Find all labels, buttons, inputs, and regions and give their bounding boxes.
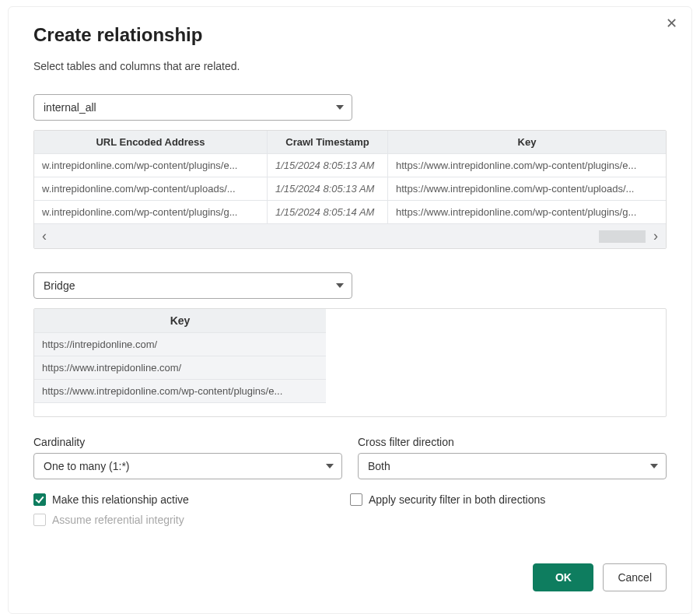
dialog-footer: OK Cancel — [33, 563, 667, 591]
table1-preview-grid: URL Encoded Address Crawl Timestamp Key … — [33, 130, 667, 249]
chevron-down-icon — [336, 283, 344, 288]
dialog-title: Create relationship — [33, 24, 667, 46]
chevron-down-icon — [650, 464, 658, 468]
table-cell: 1/15/2024 8:05:13 AM — [268, 177, 388, 200]
table-cell: https://www.intrepidonline.com/wp-conten… — [34, 380, 326, 403]
apply-security-filter-checkbox[interactable]: Apply security filter in both directions — [350, 493, 667, 506]
scroll-thumb[interactable] — [599, 230, 646, 243]
table-cell: 1/15/2024 8:05:14 AM — [268, 200, 388, 223]
cancel-button[interactable]: Cancel — [603, 563, 667, 591]
table-cell: https://www.intrepidonline.com/wp-conten… — [388, 200, 666, 223]
table1-select-value: internal_all — [44, 101, 96, 114]
make-active-checkbox[interactable]: Make this relationship active — [33, 493, 350, 506]
table-cell: w.intrepidonline.com/wp-content/plugins/… — [34, 200, 268, 223]
scroll-track[interactable] — [47, 230, 653, 243]
ok-button[interactable]: OK — [533, 563, 593, 591]
cardinality-value: One to many (1:*) — [44, 460, 130, 472]
apply-security-filter-label: Apply security filter in both directions — [369, 493, 545, 506]
table2-preview-grid: Key https://intrepidonline.com/ https://… — [33, 308, 667, 417]
table-cell: 1/15/2024 8:05:13 AM — [268, 153, 388, 177]
table2-select[interactable]: Bridge — [33, 272, 352, 299]
horizontal-scrollbar[interactable]: ‹ › — [34, 223, 666, 248]
chevron-down-icon — [336, 105, 344, 110]
dialog-subtitle: Select tables and columns that are relat… — [33, 60, 667, 72]
table-cell: w.intrepidonline.com/wp-content/plugins/… — [34, 153, 268, 177]
close-icon[interactable]: ✕ — [666, 16, 677, 30]
assume-ref-integrity-checkbox: Assume referential integrity — [33, 514, 350, 526]
checkbox-unchecked-icon — [33, 514, 46, 526]
checkbox-checked-icon — [33, 493, 46, 506]
cross-filter-label: Cross filter direction — [358, 436, 667, 448]
table2-select-value: Bridge — [44, 279, 75, 292]
table1-select[interactable]: internal_all — [33, 94, 352, 121]
col-header-key[interactable]: Key — [388, 131, 666, 153]
table-cell: w.intrepidonline.com/wp-content/uploads/… — [34, 177, 268, 200]
table-cell: https://www.intrepidonline.com/wp-conten… — [388, 153, 666, 177]
table-cell: https://intrepidonline.com/ — [34, 333, 326, 356]
col-header-crawl-timestamp[interactable]: Crawl Timestamp — [268, 131, 388, 153]
table-cell: https://www.intrepidonline.com/wp-conten… — [388, 177, 666, 200]
checkbox-unchecked-icon — [350, 493, 362, 506]
cardinality-select[interactable]: One to many (1:*) — [33, 453, 342, 479]
col-header-key[interactable]: Key — [34, 309, 326, 333]
create-relationship-dialog: ✕ Create relationship Select tables and … — [8, 6, 692, 614]
cross-filter-select[interactable]: Both — [358, 453, 667, 479]
cardinality-label: Cardinality — [33, 436, 342, 448]
relationship-options: Cardinality One to many (1:*) Cross filt… — [33, 436, 667, 479]
make-active-label: Make this relationship active — [52, 493, 189, 506]
col-header-url-encoded-address[interactable]: URL Encoded Address — [34, 131, 268, 153]
table-cell: https://www.intrepidonline.com/ — [34, 356, 326, 380]
assume-ref-integrity-label: Assume referential integrity — [52, 514, 184, 526]
relationship-checkboxes: Make this relationship active Assume ref… — [33, 493, 667, 534]
cross-filter-value: Both — [368, 460, 390, 472]
scroll-right-icon[interactable]: › — [653, 228, 658, 244]
chevron-down-icon — [326, 464, 334, 468]
